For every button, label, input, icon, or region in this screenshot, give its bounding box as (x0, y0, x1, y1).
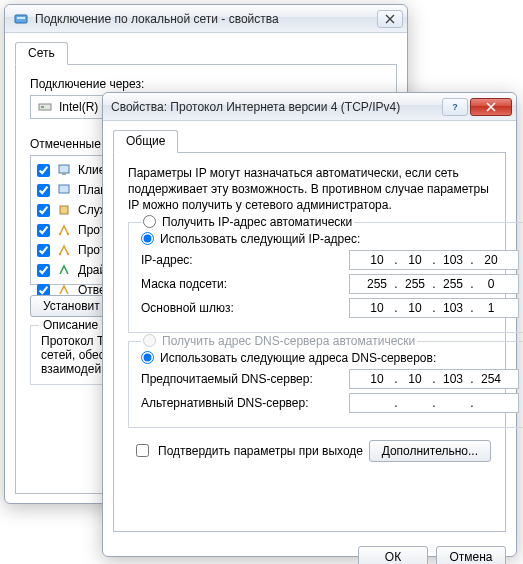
alternate-dns-label: Альтернативный DNS-сервер: (141, 396, 341, 410)
checkbox[interactable] (136, 444, 149, 457)
scheduler-icon (56, 182, 72, 198)
client-icon (56, 162, 72, 178)
back-title: Подключение по локальной сети - свойства (35, 12, 377, 26)
ipv4-properties-window: Свойства: Протокол Интернета версии 4 (T… (102, 92, 517, 557)
protocol-icon (56, 242, 72, 258)
description-title: Описание (39, 318, 102, 332)
tab-network[interactable]: Сеть (15, 42, 68, 65)
radio-dns-auto: Получить адрес DNS-сервера автоматически (141, 334, 417, 348)
svg-text:?: ? (452, 102, 458, 112)
radio-label: Получить IP-адрес автоматически (162, 215, 352, 229)
radio-label: Получить адрес DNS-сервера автоматически (162, 334, 415, 348)
nic-icon (37, 99, 53, 115)
front-title: Свойства: Протокол Интернета версии 4 (T… (111, 100, 442, 114)
checkbox[interactable] (37, 204, 50, 217)
gateway-input[interactable]: 10. 10. 103. 1 (349, 298, 519, 318)
svg-point-9 (67, 233, 69, 235)
checkbox[interactable] (37, 164, 50, 177)
protocol-icon (56, 222, 72, 238)
svg-rect-2 (39, 104, 51, 110)
svg-point-11 (67, 253, 69, 255)
ok-button[interactable]: ОК (358, 546, 428, 564)
checkbox[interactable] (37, 184, 50, 197)
svg-point-8 (59, 233, 61, 235)
back-titlebar[interactable]: Подключение по локальной сети - свойства (5, 5, 407, 33)
subnet-mask-input[interactable]: 255. 255. 255. 0 (349, 274, 519, 294)
lan-icon (13, 11, 29, 27)
cancel-button[interactable]: Отмена (436, 546, 506, 564)
close-icon[interactable] (470, 98, 512, 116)
tab-general[interactable]: Общие (113, 130, 178, 153)
validate-label: Подтвердить параметры при выходе (158, 444, 363, 458)
svg-point-10 (59, 253, 61, 255)
close-icon[interactable] (377, 10, 403, 28)
checkbox[interactable] (37, 244, 50, 257)
preferred-dns-input[interactable]: 10. 10. 103. 254 (349, 369, 519, 389)
svg-rect-6 (59, 185, 69, 193)
preferred-dns-label: Предпочитаемый DNS-сервер: (141, 372, 341, 386)
connect-via-label: Подключение через: (30, 77, 382, 91)
gateway-label: Основной шлюз: (141, 301, 341, 315)
service-icon (56, 202, 72, 218)
adapter-name: Intel(R) I (59, 100, 105, 114)
radio[interactable] (141, 351, 154, 364)
checkbox[interactable] (37, 264, 50, 277)
radio (143, 334, 156, 347)
alternate-dns-input[interactable]: . . . (349, 393, 519, 413)
radio[interactable] (141, 232, 154, 245)
svg-rect-4 (59, 165, 69, 173)
radio[interactable] (143, 215, 156, 228)
ip-settings-group: Получить IP-адрес автоматически Использо… (128, 222, 523, 333)
ip-address-label: IP-адрес: (141, 253, 341, 267)
front-titlebar[interactable]: Свойства: Протокол Интернета версии 4 (T… (103, 93, 516, 121)
checkbox[interactable] (37, 224, 50, 237)
dns-settings-group: Получить адрес DNS-сервера автоматически… (128, 341, 523, 428)
svg-rect-5 (62, 173, 66, 175)
install-button[interactable]: Установит (30, 295, 113, 317)
validate-on-exit-checkbox[interactable]: Подтвердить параметры при выходе (132, 441, 363, 460)
radio-label: Использовать следующий IP-адрес: (160, 232, 360, 246)
radio-label: Использовать следующие адреса DNS-сервер… (160, 351, 436, 365)
help-icon[interactable]: ? (442, 98, 468, 116)
radio-ip-manual[interactable]: Использовать следующий IP-адрес: (141, 232, 519, 246)
svg-rect-7 (60, 206, 68, 214)
radio-dns-manual[interactable]: Использовать следующие адреса DNS-сервер… (141, 351, 519, 365)
subnet-mask-label: Маска подсети: (141, 277, 341, 291)
intro-text: Параметры IP могут назначаться автоматич… (128, 165, 491, 214)
svg-rect-1 (17, 17, 25, 19)
radio-ip-auto[interactable]: Получить IP-адрес автоматически (141, 215, 354, 229)
svg-rect-3 (41, 106, 44, 108)
ip-address-input[interactable]: 10. 10. 103. 20 (349, 250, 519, 270)
driver-icon (56, 262, 72, 278)
advanced-button[interactable]: Дополнительно... (369, 440, 491, 462)
